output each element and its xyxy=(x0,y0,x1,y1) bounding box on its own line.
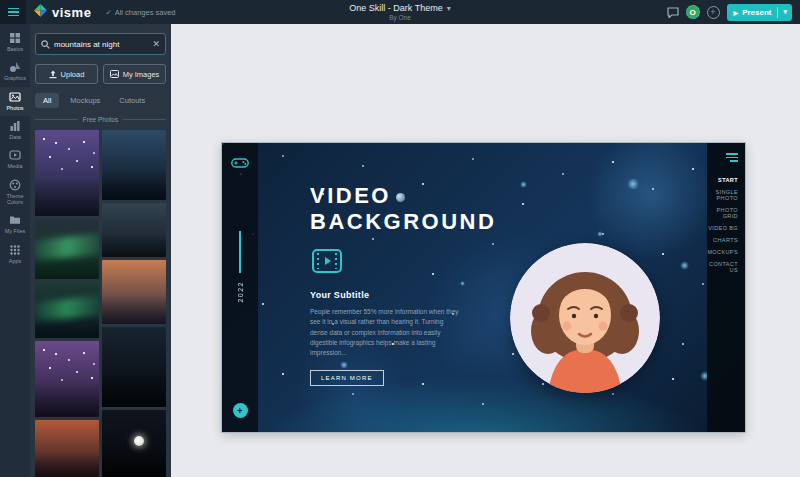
photo-thumbnail[interactable] xyxy=(35,341,99,417)
woman-illustration[interactable] xyxy=(510,243,660,393)
add-collaborator-button[interactable]: + xyxy=(707,6,720,19)
learn-more-button[interactable]: LEARN MORE xyxy=(310,370,384,386)
search-box: ✕ xyxy=(35,33,166,55)
slide-title[interactable]: VIDEO BACKGROUND xyxy=(310,183,480,235)
tab-mockups[interactable]: Mockups xyxy=(62,93,108,108)
chevron-down-icon: ▾ xyxy=(447,4,451,13)
photo-thumbnail[interactable] xyxy=(102,130,166,200)
save-status: ✓ All changes saved xyxy=(105,8,175,17)
slide-canvas[interactable]: 2022 + VIDEO BACKGROUND Your Subtitle Pe… xyxy=(222,143,745,432)
sidebar-item-photos[interactable]: Photos xyxy=(0,87,30,116)
photo-thumbnail[interactable] xyxy=(35,130,99,216)
document-author: By One xyxy=(389,14,411,21)
tab-all[interactable]: All xyxy=(35,93,59,108)
slide-menu-icon[interactable] xyxy=(707,153,745,162)
filter-tabs: All Mockups Cutouts xyxy=(35,93,166,108)
topbar-actions: O + ▶ Present ▾ xyxy=(667,4,800,21)
upload-button[interactable]: Upload xyxy=(35,64,98,84)
photo-thumbnail[interactable] xyxy=(102,260,166,324)
sidebar-item-apps[interactable]: Apps xyxy=(0,240,30,269)
document-title[interactable]: One Skill - Dark Theme▾ xyxy=(349,3,450,13)
visme-logo-icon xyxy=(34,3,47,21)
upload-icon xyxy=(49,70,57,79)
photo-column xyxy=(102,130,166,477)
theme-colors-icon xyxy=(9,179,21,191)
photo-thumbnail[interactable] xyxy=(102,327,166,407)
slide-subtitle[interactable]: Your Subtitle xyxy=(310,290,480,300)
menu-item-single-photo[interactable]: SINGLE PHOTO xyxy=(707,186,745,204)
video-play-icon[interactable] xyxy=(312,249,480,277)
globe-icon xyxy=(396,193,405,202)
sidebar-item-basics[interactable]: Basics xyxy=(0,28,30,57)
menu-item-mockups[interactable]: MOCKUPS xyxy=(707,246,745,258)
slide-left-strip: 2022 + xyxy=(222,143,258,432)
graphics-icon xyxy=(9,61,21,73)
photo-thumbnail[interactable] xyxy=(102,203,166,257)
menu-item-contact-us[interactable]: CONTACT US xyxy=(707,258,745,276)
folder-icon xyxy=(9,214,21,226)
editor-canvas[interactable]: 2022 + VIDEO BACKGROUND Your Subtitle Pe… xyxy=(171,24,800,477)
media-icon xyxy=(9,149,21,161)
photos-panel: ✕ Upload My Images All Mockups Cutouts F… xyxy=(30,24,171,477)
slide-action-button[interactable]: + xyxy=(233,403,248,418)
sidebar-item-graphics[interactable]: Graphics xyxy=(0,57,30,86)
visme-logo-text: visme xyxy=(52,5,91,20)
hamburger-menu-button[interactable] xyxy=(0,0,26,24)
sidebar-item-media[interactable]: Media xyxy=(0,145,30,174)
section-title: Free Photos xyxy=(83,116,118,123)
present-chevron-icon[interactable]: ▾ xyxy=(778,8,792,16)
my-images-button[interactable]: My Images xyxy=(103,64,166,84)
check-icon: ✓ xyxy=(105,8,111,17)
year-label[interactable]: 2022 xyxy=(237,281,244,303)
photo-column xyxy=(35,130,99,477)
photo-results-grid xyxy=(35,130,166,477)
photo-thumbnail[interactable] xyxy=(35,282,99,338)
game-controller-icon[interactable] xyxy=(231,155,249,173)
slide-side-menu: START SINGLE PHOTO PHOTO GRID VIDEO BG C… xyxy=(707,143,745,432)
search-icon xyxy=(41,35,50,53)
slide-body-text[interactable]: People remember 55% more information whe… xyxy=(310,307,462,359)
sidebar-item-theme-colors[interactable]: Theme Colors xyxy=(0,175,30,211)
timeline-line xyxy=(239,231,241,273)
menu-item-charts[interactable]: CHARTS xyxy=(707,234,745,246)
section-divider: Free Photos xyxy=(35,116,166,123)
top-bar: visme ✓ All changes saved One Skill - Da… xyxy=(0,0,800,24)
left-sidebar: Basics Graphics Photos Data Media Theme … xyxy=(0,24,30,477)
apps-icon xyxy=(9,244,21,256)
comments-icon[interactable] xyxy=(667,7,679,18)
photo-thumbnail[interactable] xyxy=(102,410,166,477)
user-avatar[interactable]: O xyxy=(686,5,700,19)
search-input[interactable] xyxy=(54,40,148,49)
photo-thumbnail[interactable] xyxy=(35,420,99,477)
panel-buttons: Upload My Images xyxy=(35,64,166,84)
photos-icon xyxy=(9,91,21,103)
present-button[interactable]: ▶ Present ▾ xyxy=(727,4,793,21)
menu-item-video-bg[interactable]: VIDEO BG xyxy=(707,222,745,234)
clear-search-icon[interactable]: ✕ xyxy=(152,39,160,49)
data-icon xyxy=(9,120,21,132)
menu-item-photo-grid[interactable]: PHOTO GRID xyxy=(707,204,745,222)
photo-thumbnail[interactable] xyxy=(35,219,99,279)
slide-text-block[interactable]: VIDEO BACKGROUND Your Subtitle People re… xyxy=(310,183,480,386)
play-icon: ▶ xyxy=(734,9,739,16)
sidebar-item-data[interactable]: Data xyxy=(0,116,30,145)
sidebar-item-my-files[interactable]: My Files xyxy=(0,210,30,239)
image-icon xyxy=(110,70,119,78)
visme-logo[interactable]: visme xyxy=(34,3,91,21)
basics-icon xyxy=(9,32,21,44)
tab-cutouts[interactable]: Cutouts xyxy=(111,93,153,108)
menu-item-start[interactable]: START xyxy=(707,174,745,186)
